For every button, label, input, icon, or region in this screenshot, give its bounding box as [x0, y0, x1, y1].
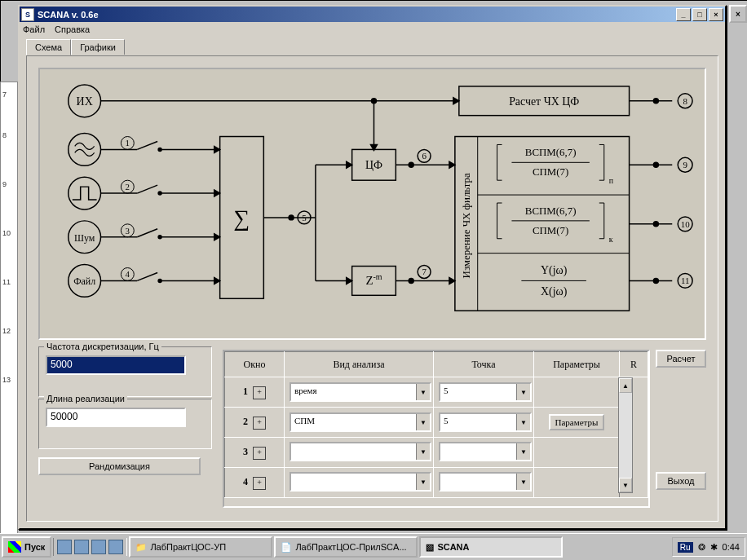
- menu-help[interactable]: Справка: [55, 24, 90, 34]
- expand-button[interactable]: +: [253, 386, 266, 399]
- svg-text:Расчет ЧХ ЦФ: Расчет ЧХ ЦФ: [509, 95, 579, 108]
- svg-marker-60: [449, 161, 455, 168]
- system-tray: Ru ❂ ✱ 0:44: [672, 537, 745, 557]
- svg-point-3: [69, 177, 101, 209]
- svg-point-39: [289, 215, 294, 220]
- svg-marker-67: [449, 277, 455, 284]
- grid-scrollbar[interactable]: ▲▼: [618, 377, 633, 493]
- svg-point-57: [409, 162, 413, 167]
- svg-text:X(jω): X(jω): [541, 285, 568, 298]
- maximize-button[interactable]: □: [692, 8, 707, 21]
- fs-label: Частота дискретизации, Гц: [44, 342, 161, 351]
- fs-input[interactable]: 5000: [46, 355, 186, 375]
- tab-graphs[interactable]: Графики: [71, 39, 125, 55]
- svg-text:3: 3: [126, 226, 130, 236]
- len-input[interactable]: 50000: [46, 408, 186, 427]
- ql-icon[interactable]: [74, 540, 89, 554]
- svg-point-71: [653, 99, 658, 104]
- svg-text:1: 1: [126, 138, 130, 148]
- menu-file[interactable]: Файл: [23, 24, 45, 34]
- analysis-combo[interactable]: ▼: [290, 472, 431, 492]
- taskbar: Пуск 📁ЛабПрактЦОС-УП 📄ЛабПрактЦОС-ПрилSC…: [0, 533, 747, 560]
- tray-icon[interactable]: ❂: [698, 542, 705, 553]
- svg-marker-32: [214, 146, 220, 152]
- start-button[interactable]: Пуск: [2, 536, 51, 558]
- block-diagram: ИХ Шум Файл 1 2 3 4: [38, 68, 706, 340]
- window-title: SCANA v. 0.6e: [38, 10, 99, 20]
- analysis-combo[interactable]: ▼: [290, 442, 431, 461]
- analysis-grid: Окно Вид анализа Точка Параметры R 1 + в…: [223, 350, 650, 508]
- svg-marker-34: [214, 234, 220, 240]
- exit-button[interactable]: Выход: [656, 472, 706, 490]
- svg-text:7: 7: [422, 267, 427, 276]
- grid-row: 2 + СПМ▼ 5▼ Параметры: [225, 408, 648, 438]
- svg-point-64: [409, 278, 413, 283]
- randomize-button[interactable]: Рандомизация: [38, 457, 201, 475]
- ql-icon[interactable]: [57, 540, 72, 554]
- expand-button[interactable]: +: [253, 447, 266, 460]
- scana-window: S SCANA v. 0.6e _ □ × Файл Справка Схема…: [18, 5, 727, 530]
- minimize-button[interactable]: _: [676, 8, 691, 21]
- grid-row: 4 + ▼ ▼: [225, 468, 648, 498]
- expand-button[interactable]: +: [253, 417, 266, 430]
- svg-text:ИХ: ИХ: [77, 95, 93, 108]
- svg-point-95: [653, 222, 658, 227]
- svg-point-26: [158, 236, 161, 239]
- svg-point-30: [158, 279, 161, 282]
- point-combo[interactable]: 5▼: [439, 382, 532, 402]
- grid-row: 1 + время▼ 5▼ ▲▼: [225, 377, 648, 408]
- point-combo[interactable]: ▼: [439, 442, 532, 461]
- col-point: Точка: [434, 352, 534, 377]
- tab-scheme[interactable]: Схема: [26, 39, 71, 55]
- svg-point-18: [158, 148, 161, 151]
- group-length: Длина реализации 50000: [38, 399, 212, 449]
- svg-text:9: 9: [683, 160, 687, 170]
- lang-indicator[interactable]: Ru: [678, 542, 693, 553]
- taskbar-item[interactable]: 📁ЛабПрактЦОС-УП: [129, 536, 272, 558]
- windows-flag-icon: [8, 541, 21, 553]
- tray-icon[interactable]: ✱: [710, 542, 718, 553]
- calc-button[interactable]: Расчет: [656, 350, 706, 368]
- svg-marker-47: [347, 277, 352, 284]
- tab-content: ИХ Шум Файл 1 2 3 4: [26, 55, 718, 522]
- svg-point-22: [158, 192, 161, 195]
- clock: 0:44: [723, 542, 740, 552]
- analysis-combo[interactable]: время▼: [290, 382, 431, 402]
- point-combo[interactable]: ▼: [439, 472, 532, 492]
- app-icon: S: [21, 8, 34, 21]
- title-bar[interactable]: S SCANA v. 0.6e _ □ ×: [20, 7, 725, 22]
- svg-text:Z-m: Z-m: [365, 272, 382, 287]
- svg-point-99: [653, 278, 658, 283]
- svg-text:4: 4: [126, 269, 130, 279]
- col-analysis: Вид анализа: [285, 352, 434, 377]
- col-r[interactable]: R: [620, 352, 648, 377]
- svg-text:Шум: Шум: [74, 232, 95, 244]
- expand-button[interactable]: +: [253, 477, 266, 490]
- col-window: Окно: [225, 352, 285, 377]
- svg-text:Y(jω): Y(jω): [541, 264, 568, 277]
- point-combo[interactable]: 5▼: [439, 412, 532, 432]
- word-ruler: 789 101112 13: [0, 82, 18, 536]
- svg-line-29: [137, 272, 157, 280]
- svg-text:СПМ(7): СПМ(7): [533, 224, 568, 236]
- svg-text:2: 2: [126, 182, 130, 192]
- group-sample-rate: Частота дискретизации, Гц 5000: [38, 346, 212, 397]
- svg-point-91: [653, 162, 658, 167]
- col-params: Параметры: [534, 352, 620, 377]
- ql-icon[interactable]: [91, 540, 106, 554]
- row-params-button[interactable]: Параметры: [549, 414, 605, 430]
- taskbar-item-active[interactable]: ▧SCANA: [419, 536, 563, 558]
- ql-icon[interactable]: [108, 540, 123, 554]
- svg-text:СПМ(7): СПМ(7): [533, 165, 568, 178]
- svg-line-21: [137, 185, 157, 193]
- svg-text:11: 11: [681, 276, 690, 285]
- len-label: Длина реализации: [44, 394, 127, 403]
- taskbar-item[interactable]: 📄ЛабПрактЦОС-ПрилSCA...: [274, 536, 418, 558]
- close-button[interactable]: ×: [709, 8, 723, 21]
- menu-bar: Файл Справка: [20, 22, 725, 37]
- svg-text:Измерение ЧХ фильтра: Измерение ЧХ фильтра: [460, 173, 472, 278]
- svg-text:ЦФ: ЦФ: [365, 159, 382, 171]
- analysis-combo[interactable]: СПМ▼: [290, 412, 431, 432]
- svg-text:5: 5: [302, 213, 307, 223]
- background-close-button[interactable]: ×: [729, 5, 747, 23]
